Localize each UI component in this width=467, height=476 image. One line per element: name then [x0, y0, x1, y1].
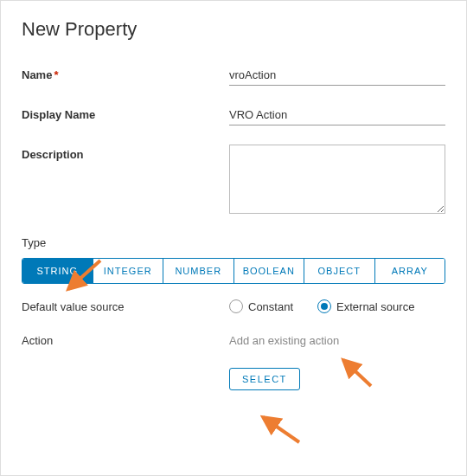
page-title: New Property [22, 18, 445, 41]
source-row: Default value source Constant External s… [22, 299, 445, 313]
type-tab-object[interactable]: OBJECT [304, 259, 375, 283]
source-label: Default value source [22, 300, 229, 313]
annotation-arrow-icon [256, 412, 304, 447]
type-tabs: STRING INTEGER NUMBER BOOLEAN OBJECT ARR… [22, 258, 445, 284]
radio-constant[interactable]: Constant [229, 299, 293, 313]
required-asterisk: * [54, 68, 58, 81]
display-name-row: Display Name [22, 105, 445, 125]
action-hint: Add an existing action [229, 334, 339, 347]
description-row: Description [22, 145, 445, 217]
description-label: Description [22, 145, 229, 161]
annotation-arrow-icon [336, 356, 380, 390]
type-tab-number[interactable]: NUMBER [163, 259, 234, 283]
type-tab-string[interactable]: STRING [22, 259, 93, 283]
display-name-input[interactable] [229, 105, 445, 125]
radio-constant-label: Constant [248, 300, 293, 313]
type-tab-array[interactable]: ARRAY [375, 259, 445, 283]
type-tab-boolean[interactable]: BOOLEAN [234, 259, 305, 283]
radio-external-label: External source [336, 300, 414, 313]
name-label: Name* [22, 65, 229, 81]
type-label: Type [22, 236, 445, 249]
display-name-label: Display Name [22, 105, 229, 121]
description-input[interactable] [229, 145, 445, 214]
radio-external-circle [317, 299, 331, 313]
name-row: Name* [22, 65, 445, 86]
action-label: Action [22, 334, 229, 347]
radio-external[interactable]: External source [317, 299, 414, 313]
name-input[interactable] [229, 65, 445, 86]
action-row: Action Add an existing action [22, 334, 445, 347]
type-tab-integer[interactable]: INTEGER [93, 259, 164, 283]
select-button[interactable]: SELECT [229, 368, 300, 390]
radio-constant-circle [229, 299, 243, 313]
